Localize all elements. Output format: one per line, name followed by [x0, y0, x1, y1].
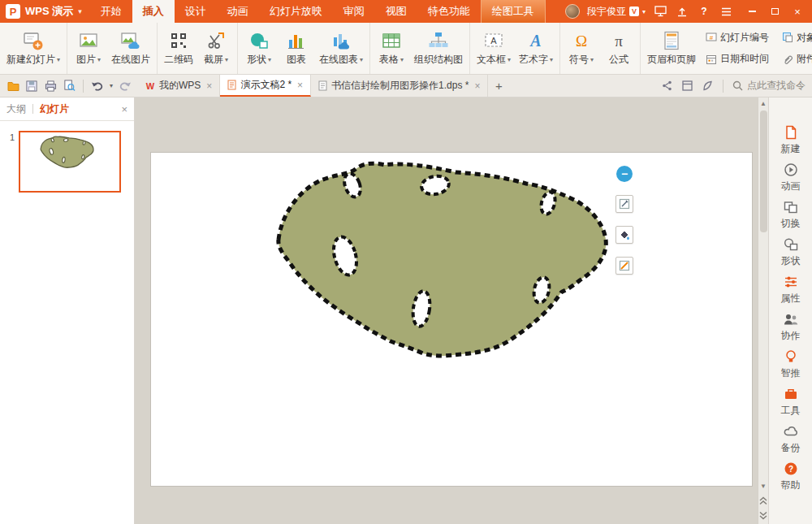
share-play-icon[interactable]	[653, 5, 667, 18]
tab-close-icon[interactable]: ×	[206, 80, 212, 92]
menu-tab-design[interactable]: 设计	[175, 0, 217, 23]
sidebar-item-tools[interactable]: 工具	[769, 383, 812, 421]
dropdown-caret-icon: ▾	[57, 56, 60, 63]
ribbon-button-header-footer[interactable]: 页眉和页脚	[643, 23, 700, 74]
user-avatar[interactable]	[565, 4, 580, 19]
scrollbar-thumb[interactable]	[760, 110, 767, 232]
close-button[interactable]: ×	[786, 0, 809, 23]
print-preview-icon[interactable]	[63, 80, 76, 93]
menu-tab-animation[interactable]: 动画	[217, 0, 259, 23]
ribbon-button-text-box[interactable]: A 文本框▾	[473, 23, 515, 74]
thumbnail-blob-shape	[22, 135, 118, 188]
menu-tab-view[interactable]: 视图	[375, 0, 417, 23]
divider	[83, 80, 84, 93]
upload-cloud-icon[interactable]	[675, 5, 689, 18]
menu-tab-drawing-tools[interactable]: 绘图工具	[481, 0, 546, 23]
docer-template-icon[interactable]	[680, 80, 693, 93]
share-icon[interactable]	[660, 80, 673, 93]
doc-tab-presentation2[interactable]: 演示文稿2 * ×	[220, 75, 311, 97]
ribbon-button-online-picture[interactable]: 在线图片	[107, 23, 154, 74]
dropdown-caret-icon: ▾	[97, 56, 101, 63]
ribbon-button-datetime[interactable]: 日期和时间	[703, 50, 771, 70]
wps-w-icon: W	[145, 81, 155, 90]
fill-bucket-icon	[619, 229, 630, 240]
scroll-up-icon[interactable]: ▲	[758, 97, 769, 109]
new-tab-button[interactable]: +	[488, 75, 509, 97]
dropdown-caret-icon: ▾	[590, 56, 594, 63]
tools-icon	[784, 387, 798, 401]
svg-text:A: A	[529, 32, 541, 50]
skin-icon[interactable]	[701, 80, 714, 93]
sidebar-item-animation[interactable]: 动画	[769, 159, 812, 197]
redo-icon[interactable]	[119, 80, 132, 93]
ribbon-button-online-chart[interactable]: 在线图表▾	[315, 23, 367, 74]
sidebar-item-shape[interactable]: 形状	[769, 234, 812, 271]
menu-tab-insert[interactable]: 插入	[132, 0, 175, 23]
panel-close-icon[interactable]: ×	[121, 103, 127, 115]
shape-outline-button[interactable]	[615, 257, 633, 275]
app-brand[interactable]: P WPS 演示 ▾	[0, 0, 90, 23]
ribbon-button-org-chart[interactable]: 组织结构图	[410, 23, 467, 74]
next-slide-button[interactable]	[758, 509, 769, 521]
doc-tab-letter-envelope[interactable]: 书信信封绘制用图形操作1.dps * ×	[311, 75, 488, 97]
ribbon-button-formula[interactable]: π 公式	[600, 23, 637, 74]
edit-shape-icon	[619, 198, 630, 210]
ribbon-button-table[interactable]: 表格▾	[373, 23, 410, 74]
ribbon-button-qrcode[interactable]: 二维码	[160, 23, 197, 74]
vertical-scrollbar[interactable]: ▲ ▼	[758, 97, 768, 524]
save-icon[interactable]	[25, 80, 38, 93]
user-name: 段宇俊亚	[587, 5, 626, 19]
ribbon-button-new-slide[interactable]: 新建幻灯片▾	[2, 23, 64, 74]
sidebar-item-properties[interactable]: 属性	[769, 271, 812, 309]
slides-tab[interactable]: 幻灯片	[40, 102, 69, 116]
menu-tab-special-features[interactable]: 特色功能	[417, 0, 481, 23]
sidebar-item-new[interactable]: 新建	[769, 122, 812, 159]
open-folder-icon[interactable]	[6, 80, 19, 93]
help-icon[interactable]: ?	[697, 5, 711, 18]
ribbon-button-object[interactable]: 对象	[780, 28, 812, 48]
maximize-button[interactable]	[763, 0, 786, 23]
scroll-down-icon[interactable]: ▼	[758, 480, 769, 492]
sidebar-item-help[interactable]: ? 帮助	[769, 458, 812, 496]
window-controls: ×	[741, 0, 809, 23]
undo-icon[interactable]	[91, 80, 104, 93]
slide-thumbnail[interactable]	[19, 131, 121, 193]
slides-panel-header: 大纲 幻灯片 ×	[0, 97, 134, 121]
menu-tab-review[interactable]: 审阅	[333, 0, 375, 23]
command-search-field[interactable]: 点此查找命令	[732, 79, 806, 93]
doc-tab-my-wps[interactable]: W 我的WPS ×	[138, 75, 220, 97]
previous-slide-button[interactable]	[758, 495, 769, 506]
shape-icon	[784, 237, 798, 252]
picture-icon	[78, 30, 99, 51]
slide[interactable]	[151, 153, 752, 486]
tab-close-icon[interactable]: ×	[297, 80, 303, 91]
shape-fill-button[interactable]	[615, 226, 633, 244]
minimize-button[interactable]	[741, 0, 763, 23]
ribbon-button-chart[interactable]: 图表	[278, 23, 315, 74]
sidebar-item-smart-recommend[interactable]: 智推	[769, 346, 812, 383]
sidebar-item-transition[interactable]: 切换	[769, 197, 812, 234]
ribbon-button-screenshot[interactable]: 截屏▾	[197, 23, 235, 74]
print-icon[interactable]	[44, 80, 57, 93]
selected-blob-shape[interactable]	[151, 153, 752, 486]
ribbon-options-icon[interactable]	[719, 5, 733, 18]
outline-tab[interactable]: 大纲	[6, 102, 26, 116]
sidebar-item-backup[interactable]: 备份	[769, 421, 812, 458]
menu-tab-start[interactable]: 开始	[90, 0, 132, 23]
tab-close-icon[interactable]: ×	[474, 80, 480, 92]
ribbon-button-symbol[interactable]: Ω 符号▾	[563, 23, 600, 74]
undo-caret-icon[interactable]: ▾	[110, 82, 113, 89]
sidebar-item-collaboration[interactable]: 协作	[769, 309, 812, 346]
text-box-icon: A	[483, 30, 504, 51]
ribbon-button-slide-number[interactable]: # 幻灯片编号	[703, 28, 771, 48]
editing-canvas[interactable]: − ▲ ▼	[135, 97, 768, 524]
online-chart-icon	[330, 30, 352, 51]
shape-style-button[interactable]	[615, 195, 633, 213]
ribbon-button-word-art[interactable]: A 艺术字▾	[515, 23, 557, 74]
ribbon-button-attachment[interactable]: 附件	[780, 50, 812, 70]
menu-tab-slideshow[interactable]: 幻灯片放映	[259, 0, 333, 23]
user-account[interactable]: 段宇俊亚 V ▾	[587, 5, 646, 19]
ribbon-button-shapes[interactable]: 形状▾	[240, 23, 278, 74]
ribbon-button-picture[interactable]: 图片▾	[70, 23, 107, 74]
collapse-tools-button[interactable]: −	[616, 166, 633, 182]
